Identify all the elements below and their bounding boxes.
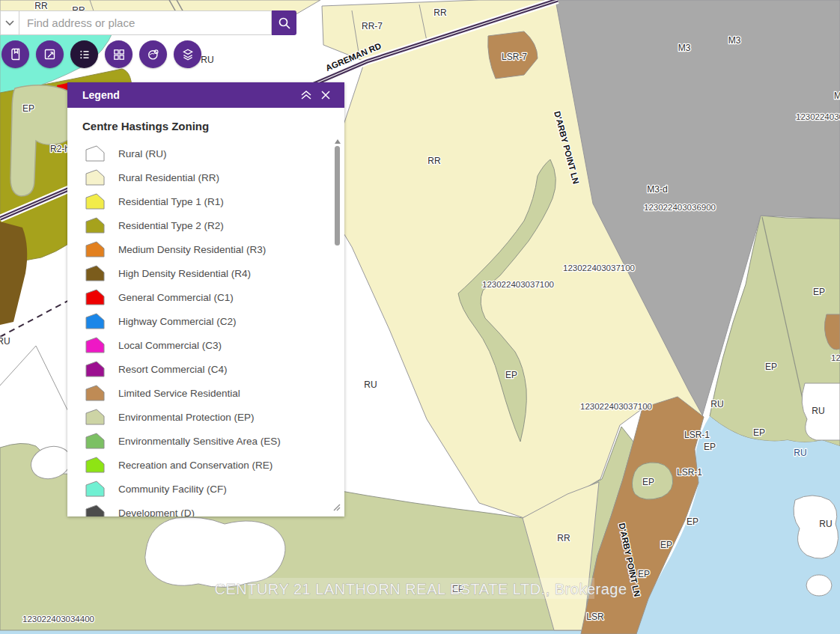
zone-swatch — [85, 337, 105, 353]
zone-swatch — [85, 361, 105, 377]
draw-icon — [43, 48, 57, 61]
zone-swatch — [85, 457, 105, 473]
zone-swatch — [85, 193, 105, 210]
map-label: RU — [812, 406, 824, 416]
zone-swatch — [85, 385, 105, 401]
map-toolbar — [1, 40, 201, 68]
map-label: EP — [687, 516, 699, 527]
close-button[interactable] — [316, 85, 335, 105]
scrollbar-thumb[interactable] — [335, 146, 340, 246]
zone-r4 — [0, 222, 27, 325]
search-widget — [0, 10, 296, 35]
map-label: RR-7 — [362, 21, 383, 31]
legend-item-label: Local Commercial (C3) — [118, 340, 222, 351]
zone-swatch — [85, 265, 105, 281]
watermark: CENTURY 21 LANTHORN REAL ESTATE LTD., Br… — [214, 578, 627, 599]
map-label: RU — [201, 55, 213, 65]
map-label: 123022403037100 — [482, 280, 554, 289]
legend-panel-title: Legend — [82, 89, 296, 101]
legend-item-label: Resort Commercial (C4) — [118, 364, 228, 375]
legend-item: Residential Type 1 (R1) — [82, 189, 344, 213]
map-label: EP — [638, 569, 650, 579]
sketch-button[interactable] — [36, 40, 64, 68]
zone-swatch — [85, 289, 105, 305]
svg-text:CENTURY 21 LANTHORN REAL ESTAT: CENTURY 21 LANTHORN REAL ESTATE LTD., Br… — [214, 581, 627, 597]
legend-header[interactable]: Legend — [67, 82, 344, 108]
map-label: EP — [753, 427, 765, 438]
legend-item-label: Highway Commercial (C2) — [118, 316, 237, 327]
map-label: 123022403037100 — [580, 402, 652, 411]
legend-item: Recreation and Conservation (RE) — [82, 453, 344, 477]
map-label: RU — [364, 380, 377, 390]
legend-item: Community Facility (CF) — [82, 477, 344, 501]
legend-item-label: Recreation and Conservation (RE) — [118, 460, 273, 471]
search-box — [19, 10, 272, 35]
map-label: LSR-1 — [677, 467, 702, 478]
basemap-button[interactable] — [105, 40, 133, 68]
legend-item: General Commercial (C1) — [82, 285, 344, 309]
zone-swatch — [85, 145, 105, 162]
zone-swatch — [85, 433, 105, 449]
legend-scrollbar[interactable] — [334, 139, 341, 246]
map-label: EP — [813, 287, 825, 297]
locate-button[interactable] — [139, 40, 167, 68]
search-icon — [278, 16, 291, 30]
map-label: M3-d — [647, 184, 667, 195]
legend-item-label: Environmental Protection (EP) — [118, 412, 255, 423]
legend-button[interactable] — [70, 40, 98, 68]
double-chevron-up-icon — [300, 90, 312, 100]
legend-item-label: Limited Service Residential — [118, 388, 240, 399]
map-label: EP — [22, 103, 34, 114]
zone-swatch — [85, 481, 105, 497]
globe-icon — [147, 48, 160, 61]
legend-body: Centre Hastings Zoning Rural (RU) Rural … — [67, 108, 344, 516]
map-label: M3 — [678, 43, 691, 53]
app-window: RRRRRURR-7RRLSR-7RRM3M3M1230224030M3-d12… — [0, 0, 840, 634]
bookmark-icon — [9, 48, 22, 61]
map-label: EP — [765, 362, 777, 372]
legend-item-label: Environmentally Sensitive Area (ES) — [118, 436, 281, 447]
search-button[interactable] — [272, 10, 296, 35]
legend-item: Local Commercial (C3) — [82, 333, 344, 357]
legend-item: Environmentally Sensitive Area (ES) — [82, 429, 344, 453]
map-label: LSR — [586, 612, 604, 622]
ru-islet — [806, 575, 832, 596]
legend-panel: Legend Centre Hastings Zoning Rural (RU) — [67, 82, 344, 516]
legend-item-label: Rural (RU) — [118, 148, 167, 159]
legend-item: Highway Commercial (C2) — [82, 309, 344, 333]
map-label: M — [834, 91, 840, 101]
bookmarks-button[interactable] — [1, 40, 29, 68]
legend-item-label: High Density Residential (R4) — [118, 268, 251, 279]
legend-layer-title: Centre Hastings Zoning — [82, 120, 344, 132]
legend-item: Development (D) — [82, 501, 344, 516]
map-label: LSR-1 — [684, 430, 710, 440]
grid-icon — [112, 48, 126, 61]
map-label: EP — [704, 442, 716, 452]
list-icon — [78, 48, 91, 61]
map-label: 123022403037100 — [563, 263, 635, 272]
map-label: EP — [660, 540, 672, 550]
legend-item-label: General Commercial (C1) — [118, 292, 234, 303]
map-label: EP — [642, 477, 654, 487]
legend-item: High Density Residential (R4) — [82, 261, 344, 285]
close-icon — [320, 90, 331, 100]
map-label: M3 — [728, 35, 741, 46]
legend-item-label: Community Facility (CF) — [118, 484, 227, 495]
chevron-down-icon — [5, 20, 14, 26]
map-label: RU — [0, 336, 10, 347]
legend-item: Rural Residential (RR) — [82, 165, 344, 189]
legend-item: Medium Density Residential (R3) — [82, 237, 344, 261]
scroll-up-arrow-icon[interactable] — [335, 139, 341, 144]
collapse-button[interactable] — [296, 85, 316, 105]
legend-item-label: Development (D) — [118, 507, 195, 517]
map-label: RR — [433, 7, 447, 18]
search-source-dropdown[interactable] — [0, 10, 19, 35]
legend-item: Rural (RU) — [82, 141, 344, 165]
legend-item-label: Rural Residential (RR) — [118, 172, 219, 183]
search-input[interactable] — [19, 16, 271, 29]
map-label: RU — [710, 399, 723, 409]
zone-swatch — [85, 313, 105, 329]
layers-button[interactable] — [174, 40, 201, 68]
panel-resize-handle[interactable] — [332, 501, 341, 514]
zone-swatch — [85, 217, 105, 234]
